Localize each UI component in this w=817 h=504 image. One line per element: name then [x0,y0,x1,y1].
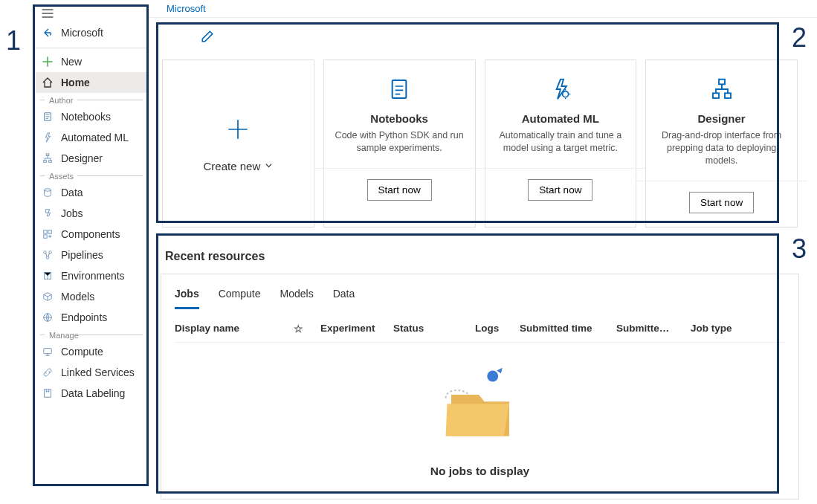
svg-point-4 [45,189,51,192]
back-link[interactable]: Microsoft [36,24,147,45]
svg-rect-14 [45,390,51,398]
sidebar-item-automated-ml[interactable]: Automated ML [36,127,147,148]
favorite-star-icon[interactable]: ☆ [294,323,313,335]
designer-icon [42,152,54,164]
sidebar-item-label: Automated ML [61,132,129,143]
sidebar-item-label: Data Labeling [61,387,125,399]
col-job-type[interactable]: Job type [691,323,743,335]
notebook-large-icon [387,77,412,102]
hamburger-icon [42,7,54,19]
jobs-icon [42,207,54,219]
svg-rect-1 [46,154,49,156]
start-notebooks-button[interactable]: Start now [367,179,432,201]
sidebar-item-environments[interactable]: Environments [36,265,147,286]
label-icon [42,387,54,399]
home-icon [42,77,54,88]
sidebar-item-pipelines[interactable]: Pipelines [36,245,147,265]
sidebar-item-endpoints[interactable]: Endpoints [36,307,147,328]
sidebar-item-data[interactable]: Data [36,182,147,203]
svg-rect-5 [44,230,47,233]
svg-rect-7 [44,235,47,238]
plus-large-icon [225,117,251,142]
svg-rect-17 [719,80,725,85]
notebook-icon [42,111,54,123]
plus-icon [42,56,54,68]
edit-name-button[interactable] [201,30,214,46]
col-logs[interactable]: Logs [475,323,512,335]
chevron-down-icon [265,161,273,171]
card-create-new[interactable]: Create new [162,59,314,227]
sidebar-item-notebooks[interactable]: Notebooks [36,106,147,127]
sidebar-item-designer[interactable]: Designer [36,148,147,169]
card-divider [475,168,647,169]
feature-cards: Create new Notebooks Code with Python SD… [156,59,804,236]
svg-point-10 [46,256,49,259]
card-designer: Designer Drag-and-drop interface from pr… [645,59,798,227]
workspace-header [156,22,804,59]
svg-point-16 [563,91,569,97]
sidebar-item-label: Notebooks [61,111,111,123]
back-link-label: Microsoft [61,27,103,39]
sidebar-section-author: Author [36,93,147,106]
col-status[interactable]: Status [393,323,468,335]
svg-rect-18 [713,93,719,98]
sidebar-item-new[interactable]: New [36,51,147,72]
sidebar-item-label: Home [61,77,90,88]
card-desc: Code with Python SDK and run sample expe… [335,129,465,155]
tab-compute[interactable]: Compute [219,283,261,309]
tab-data[interactable]: Data [333,283,355,309]
automl-icon [42,132,54,143]
recent-resources: Recent resources Jobs Compute Models Dat… [161,250,799,500]
card-desc: Automatically train and tune a model usi… [496,129,626,155]
sidebar-item-components[interactable]: Components [36,224,147,245]
sidebar-item-jobs[interactable]: Jobs [36,203,147,224]
col-submitted-time[interactable]: Submitted time [520,323,609,335]
card-notebooks: Notebooks Code with Python SDK and run s… [323,59,476,227]
sidebar-item-compute[interactable]: Compute [36,341,147,362]
sidebar-item-models[interactable]: Models [36,286,147,307]
tab-jobs[interactable]: Jobs [175,283,199,309]
sidebar-section-manage: Manage [36,328,147,341]
sidebar-item-label: Endpoints [61,311,107,323]
environments-icon [42,270,54,282]
empty-message: No jobs to display [430,465,529,478]
card-automl: Automated ML Automatically train and tun… [485,59,637,227]
col-display-name[interactable]: Display name [175,323,286,335]
svg-rect-2 [44,161,47,163]
col-submitted-by[interactable]: Submitte… [616,323,683,335]
sidebar: Microsoft New Home Author Notebooks Auto… [36,4,147,497]
recent-tabs: Jobs Compute Models Data [175,280,785,309]
create-new-dropdown[interactable]: Create new [204,160,274,172]
sidebar-item-linked-services[interactable]: Linked Services [36,362,147,383]
create-new-label: Create new [204,160,261,172]
start-automl-button[interactable]: Start now [528,179,592,201]
svg-rect-19 [725,93,731,98]
back-arrow-icon [42,27,54,39]
sidebar-item-label: Pipelines [61,249,103,261]
sidebar-item-data-labeling[interactable]: Data Labeling [36,383,147,404]
sidebar-item-label: New [61,56,82,68]
col-experiment[interactable]: Experiment [320,323,386,335]
card-title: Notebooks [370,112,428,125]
svg-rect-13 [44,349,52,354]
sidebar-item-label: Jobs [61,207,83,219]
card-title: Automated ML [522,112,599,125]
sidebar-item-home[interactable]: Home [36,72,147,93]
svg-point-20 [487,370,498,381]
breadcrumb-bar: Microsoft [149,0,817,18]
svg-rect-3 [49,161,52,163]
sidebar-item-label: Linked Services [61,366,135,378]
sidebar-item-label: Compute [61,346,103,358]
main-content: Create new Notebooks Code with Python SD… [156,22,804,504]
start-designer-button[interactable]: Start now [689,192,754,213]
tab-models[interactable]: Models [280,283,314,309]
card-divider [314,168,485,169]
sidebar-item-label: Models [61,291,94,303]
components-icon [42,228,54,240]
card-desc: Drag-and-drop interface from prepping da… [656,129,787,167]
card-divider [636,181,807,181]
breadcrumb-root[interactable]: Microsoft [167,3,206,14]
hamburger-menu[interactable] [36,4,147,24]
sidebar-item-label: Components [61,228,120,240]
svg-rect-15 [393,80,407,98]
